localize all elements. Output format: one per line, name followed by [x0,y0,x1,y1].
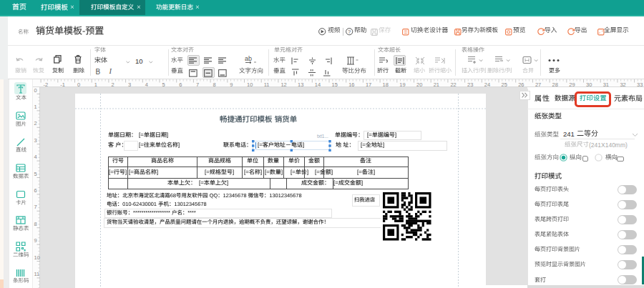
svg-text:8: 8 [213,81,216,87]
svg-text:19: 19 [399,81,405,87]
svg-text:11: 11 [34,270,40,277]
svg-text:17: 17 [366,81,371,87]
svg-text:9: 9 [230,81,233,87]
svg-text:23: 23 [467,81,473,87]
svg-text:-1: -1 [60,81,65,87]
svg-text:16: 16 [348,81,354,87]
svg-text:5: 5 [162,81,165,87]
svg-text:4: 4 [34,154,37,160]
svg-text:21: 21 [434,81,439,87]
svg-text:0: 0 [77,81,80,87]
svg-text:29: 29 [569,81,575,87]
svg-text:31: 31 [603,81,609,87]
svg-text:-2: -2 [44,81,49,87]
svg-text:11: 11 [264,81,270,87]
svg-text:6: 6 [34,187,37,193]
svg-text:4: 4 [145,81,148,87]
svg-text:8: 8 [34,220,37,227]
svg-text:22: 22 [450,81,456,87]
svg-text:25: 25 [502,81,507,87]
svg-text:7: 7 [34,204,37,210]
svg-text:13: 13 [298,81,303,87]
svg-text:33: 33 [637,81,643,87]
svg-text:26: 26 [518,81,524,87]
svg-text:18: 18 [383,81,389,87]
svg-text:2: 2 [34,120,37,126]
svg-text:7: 7 [196,81,199,87]
svg-text:28: 28 [552,81,558,87]
svg-text:20: 20 [416,81,422,87]
svg-text:24: 24 [484,81,490,87]
svg-text:1: 1 [94,81,97,87]
svg-text:3: 3 [34,136,37,143]
svg-text:3: 3 [128,81,131,87]
svg-text:5: 5 [34,170,37,177]
svg-text:10: 10 [247,81,253,87]
svg-text:0: 0 [34,86,37,93]
svg-text:15: 15 [332,81,338,87]
svg-text:6: 6 [179,81,182,87]
svg-text:9: 9 [34,237,37,244]
svg-text:14: 14 [315,81,321,87]
svg-text:10: 10 [34,254,40,260]
svg-text:27: 27 [535,81,541,87]
svg-text:12: 12 [280,81,286,87]
svg-text:32: 32 [620,81,625,87]
svg-text:1: 1 [34,103,37,109]
svg-text:?: ? [348,29,351,35]
svg-text:2: 2 [111,81,114,87]
svg-text:30: 30 [586,81,592,87]
